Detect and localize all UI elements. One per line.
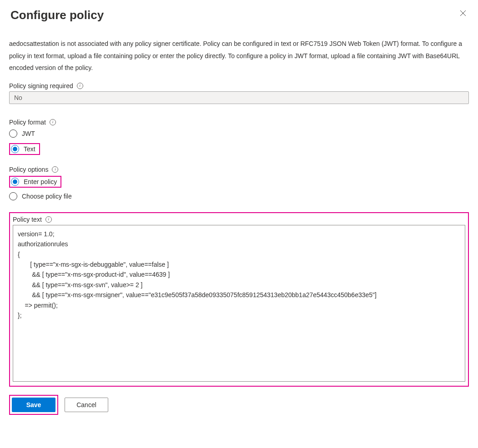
save-button[interactable]: Save xyxy=(12,398,55,412)
page-title: Configure policy xyxy=(10,8,104,22)
info-icon[interactable]: i xyxy=(52,166,58,173)
radio-enter-policy[interactable] xyxy=(11,178,19,186)
close-icon[interactable] xyxy=(457,8,469,20)
radio-choose-file-label[interactable]: Choose policy file xyxy=(22,193,72,200)
cancel-button[interactable]: Cancel xyxy=(65,398,108,412)
info-icon[interactable]: i xyxy=(50,119,56,125)
info-icon[interactable]: i xyxy=(45,216,52,223)
radio-enter-policy-label[interactable]: Enter policy xyxy=(24,178,57,185)
options-label: Policy options xyxy=(9,166,48,173)
signing-input xyxy=(9,91,469,104)
radio-jwt[interactable] xyxy=(9,129,17,138)
description-text: aedocsattestation is not associated with… xyxy=(9,38,469,74)
policy-text-input[interactable] xyxy=(13,225,465,382)
radio-text[interactable] xyxy=(11,145,19,153)
policy-text-label: Policy text xyxy=(13,216,42,223)
radio-jwt-label[interactable]: JWT xyxy=(22,130,35,137)
signing-label: Policy signing required xyxy=(9,82,73,90)
radio-text-label[interactable]: Text xyxy=(24,145,35,153)
info-icon[interactable]: i xyxy=(77,83,83,89)
format-label: Policy format xyxy=(9,119,46,126)
radio-choose-file[interactable] xyxy=(9,192,17,200)
